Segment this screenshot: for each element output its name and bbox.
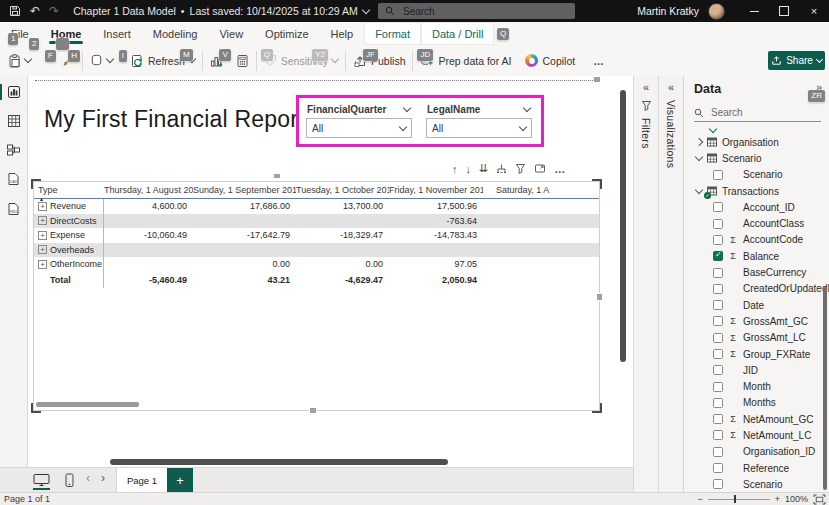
minimize-button[interactable] xyxy=(739,0,769,22)
field-item[interactable]: Organisation_ID xyxy=(684,444,829,460)
field-item[interactable]: ΣNetAmount_GC xyxy=(684,411,829,427)
tab-help[interactable]: Help xyxy=(320,22,365,45)
save-icon[interactable] xyxy=(9,5,21,17)
field-item[interactable]: Account_ID xyxy=(684,199,829,215)
field-checkbox[interactable] xyxy=(713,316,723,326)
paste-button[interactable] xyxy=(8,54,31,68)
report-title[interactable]: My First Financial Report xyxy=(44,106,305,133)
expand-icon[interactable]: + xyxy=(38,260,47,269)
get-data-button[interactable]: I xyxy=(90,54,113,67)
new-page-button[interactable]: + xyxy=(167,468,193,493)
slicer-financial-quarter[interactable]: FinancialQuarter All xyxy=(306,103,412,144)
titlebar-search-box[interactable] xyxy=(378,3,575,19)
tab-format[interactable]: Format xyxy=(364,22,421,45)
filter-icon[interactable] xyxy=(515,163,526,174)
field-checkbox[interactable] xyxy=(713,365,723,375)
matrix-column-header[interactable]: Thursday, 1 August 2019 xyxy=(104,185,193,195)
matrix-column-header[interactable]: Tuesday, 1 October 2019 xyxy=(296,185,389,195)
field-checkbox[interactable] xyxy=(713,300,723,310)
tab-insert[interactable]: Insert xyxy=(92,22,142,45)
field-checkbox[interactable] xyxy=(713,170,723,180)
field-checkbox[interactable] xyxy=(713,349,723,359)
matrix-row-overheads[interactable]: +Overheads xyxy=(34,243,599,258)
field-checkbox[interactable] xyxy=(713,447,723,457)
field-checkbox[interactable] xyxy=(713,333,723,343)
undo-icon[interactable]: ↶ xyxy=(30,5,40,17)
zoom-in-button[interactable]: + xyxy=(775,494,780,504)
chevron-down-icon[interactable] xyxy=(695,186,703,194)
field-checkbox[interactable] xyxy=(713,382,723,392)
field-item[interactable]: ΣGroup_FXRate xyxy=(684,346,829,362)
field-checkbox[interactable] xyxy=(713,430,723,440)
go-to-next-level-icon[interactable]: ⇊ xyxy=(479,162,488,175)
search-input[interactable] xyxy=(401,5,535,18)
refresh-button[interactable]: Refresh M xyxy=(131,54,195,68)
field-item[interactable]: Month xyxy=(684,378,829,394)
maximize-button[interactable] xyxy=(769,0,799,22)
matrix-row-expense[interactable]: +Expense -10,060.49 -17,642.79 -18,329.4… xyxy=(34,228,599,243)
fit-to-page-icon[interactable] xyxy=(813,494,826,505)
matrix-column-header[interactable]: Sunday, 1 September 2019 xyxy=(193,185,296,195)
field-item[interactable]: BaseCurrency xyxy=(684,264,829,280)
expand-pane-icon[interactable]: « xyxy=(643,82,649,93)
table-view-button[interactable] xyxy=(0,114,28,128)
slicer-dropdown[interactable]: All xyxy=(426,118,532,138)
matrix-row-directcosts[interactable]: +DirectCosts -763.64 xyxy=(34,214,599,229)
data-search-box[interactable] xyxy=(694,104,821,122)
prep-data-ai-button[interactable]: JD Prep data for AI xyxy=(420,54,511,67)
canvas-horizontal-scrollbar[interactable] xyxy=(110,459,448,465)
zoom-out-button[interactable]: − xyxy=(697,494,702,504)
field-checkbox[interactable] xyxy=(713,219,723,229)
visual-more-options-icon[interactable]: … xyxy=(554,163,565,175)
dax-query-view-button[interactable]: DAX xyxy=(0,172,28,187)
field-item[interactable]: Date xyxy=(684,297,829,313)
field-item[interactable]: Reference xyxy=(684,460,829,476)
chevron-right-icon[interactable] xyxy=(695,138,703,146)
matrix-column-header[interactable]: Saturday, 1 A xyxy=(483,185,599,195)
matrix-handle-bottom-center[interactable] xyxy=(310,408,316,413)
matrix-column-header[interactable]: Friday, 1 November 2019 xyxy=(389,185,483,195)
table-item-scenario[interactable]: Scenario xyxy=(684,150,829,166)
data-search-input[interactable] xyxy=(709,106,813,119)
field-checkbox[interactable] xyxy=(713,463,723,473)
more-commands-button[interactable]: … xyxy=(593,55,604,67)
field-checkbox[interactable] xyxy=(713,398,723,408)
visualizations-pane-collapsed[interactable]: « Visualizations xyxy=(658,76,683,492)
filters-pane-collapsed[interactable]: « Filters xyxy=(633,76,658,492)
report-canvas[interactable]: My First Financial Report FinancialQuart… xyxy=(28,76,633,467)
matrix-row-otherincome[interactable]: +OtherIncome 0.00 0.00 97.05 xyxy=(34,257,599,272)
format-painter-button[interactable]: F H xyxy=(61,54,75,68)
slicer-legal-name[interactable]: LegalName All xyxy=(426,103,532,144)
field-item[interactable]: Months xyxy=(684,395,829,411)
drill-down-icon[interactable]: ↓ xyxy=(466,163,472,175)
field-checkbox[interactable] xyxy=(713,202,723,212)
canvas-vertical-scrollbar[interactable] xyxy=(620,90,626,362)
publish-button[interactable]: JF Publish xyxy=(353,54,405,67)
avatar[interactable] xyxy=(708,3,725,20)
tab-view[interactable]: View xyxy=(208,22,254,45)
report-view-button[interactable] xyxy=(0,85,28,99)
matrix-handle-top-center[interactable] xyxy=(274,174,280,178)
matrix-row-total[interactable]: Total -5,460.49 43.21 -4,629.47 2,050.94 xyxy=(34,272,599,288)
page-tab-page1[interactable]: Page 1 xyxy=(116,468,168,493)
tmdl-view-button[interactable]: TMDL xyxy=(0,202,28,217)
document-title-group[interactable]: Chapter 1 Data Model • Last saved: 10/14… xyxy=(73,5,369,17)
selection-handle-top-right[interactable] xyxy=(594,77,600,82)
table-item-transactions[interactable]: ✓ Transactions xyxy=(684,183,829,199)
expand-icon[interactable]: + xyxy=(38,245,47,254)
expand-pane-icon[interactable]: « xyxy=(668,82,674,93)
field-checkbox[interactable] xyxy=(713,414,723,424)
expand-icon[interactable]: + xyxy=(38,231,47,240)
share-button[interactable]: Share xyxy=(768,51,825,70)
field-item[interactable]: ΣGrossAmt_LC xyxy=(684,330,829,346)
matrix-horizontal-scrollbar[interactable] xyxy=(36,402,139,407)
data-pane-scrollbar[interactable] xyxy=(823,287,827,490)
focus-mode-icon[interactable] xyxy=(534,163,546,174)
slicer-chevron-down-icon[interactable] xyxy=(403,104,411,112)
field-item[interactable]: JID xyxy=(684,362,829,378)
field-checkbox[interactable] xyxy=(713,268,723,278)
copilot-button[interactable]: Copilot xyxy=(525,54,575,67)
model-view-button[interactable] xyxy=(0,143,28,157)
field-item[interactable]: ΣNetAmount_LC xyxy=(684,427,829,443)
field-item[interactable]: ΣGrossAmt_GC xyxy=(684,313,829,329)
